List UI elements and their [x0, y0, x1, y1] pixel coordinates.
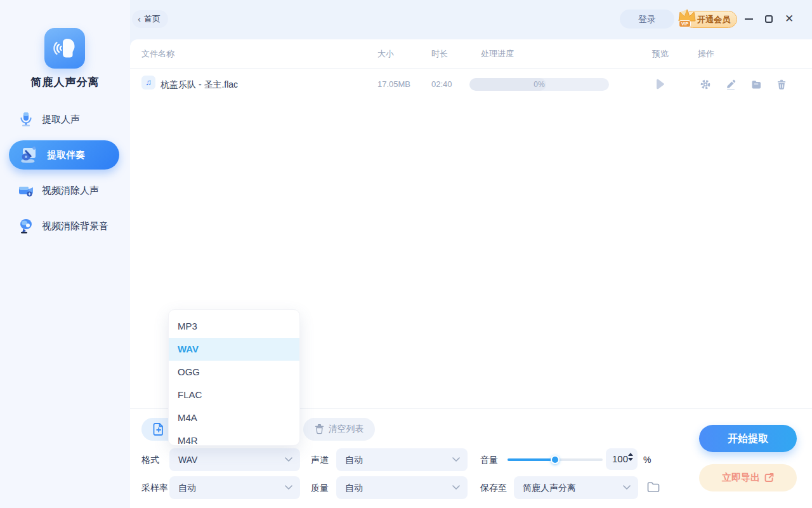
channel-label: 声道: [311, 448, 329, 471]
trash-icon[interactable]: [776, 79, 787, 90]
progress-bar: 0%: [469, 78, 609, 91]
sidebar-item-video-remove-background[interactable]: 视频消除背景音: [0, 211, 130, 241]
file-duration: 02:40: [431, 69, 452, 100]
column-header-actions: 操作: [698, 39, 714, 68]
start-extract-button[interactable]: 开始提取: [699, 425, 797, 452]
dropdown-option-ogg[interactable]: OGG: [169, 361, 299, 384]
sidebar-item-label: 提取人声: [42, 114, 80, 126]
chevron-down-icon: [285, 485, 292, 490]
play-icon[interactable]: [655, 79, 665, 90]
folder-icon[interactable]: [751, 79, 761, 90]
column-header-preview: 预览: [652, 39, 669, 68]
format-label: 格式: [141, 448, 159, 471]
saveto-label: 保存至: [480, 476, 507, 499]
volume-slider-fill: [508, 458, 555, 461]
video-camera-icon: [18, 182, 34, 199]
channel-select[interactable]: 自动: [336, 448, 468, 471]
back-label: 首页: [144, 13, 160, 25]
vip-badge: VIP: [679, 20, 691, 27]
format-select[interactable]: WAV: [169, 448, 300, 471]
maximize-button[interactable]: [763, 13, 775, 25]
sidebar-item-label: 视频消除人声: [42, 185, 99, 197]
folder-outline-icon: [646, 479, 661, 495]
minimize-icon: [745, 18, 753, 20]
app-title: 简鹿人声分离: [0, 75, 130, 90]
spinner-up-icon[interactable]: [628, 453, 633, 456]
volume-label: 音量: [480, 448, 498, 471]
quality-select[interactable]: 自动: [336, 476, 468, 499]
vip-button[interactable]: 开通会员 VIP: [676, 6, 740, 30]
minimize-button[interactable]: [742, 13, 755, 25]
dropdown-option-m4r[interactable]: M4R: [169, 429, 299, 446]
trash-icon: [315, 424, 324, 434]
volume-input[interactable]: 100: [606, 448, 638, 470]
format-dropdown: MP3 WAV OGG FLAC M4A M4R: [168, 309, 300, 446]
sidebar-item-label: 视频消除背景音: [42, 220, 108, 232]
external-link-icon: [764, 473, 774, 483]
file-name: 杭盖乐队 - 圣主.flac: [160, 69, 238, 100]
sidebar: 简鹿人声分离 提取人声 提取伴奏: [0, 0, 130, 508]
volume-slider[interactable]: [508, 458, 603, 461]
edit-pencil-icon[interactable]: [726, 79, 736, 90]
sidebar-item-video-remove-vocal[interactable]: 视频消除人声: [0, 175, 130, 206]
export-label: 立即导出: [722, 472, 760, 484]
settings-gear-icon[interactable]: [700, 79, 710, 90]
clear-list-label: 清空列表: [329, 424, 364, 435]
column-header-filename: 文件名称: [141, 39, 174, 68]
app-logo-icon: [44, 28, 85, 69]
microphone-icon: [18, 111, 34, 128]
channel-value: 自动: [345, 448, 363, 471]
table-row: ♫ 杭盖乐队 - 圣主.flac 17.05MB 02:40 0%: [130, 69, 812, 100]
dropdown-option-wav-selected[interactable]: WAV: [169, 338, 299, 361]
sidebar-item-extract-vocal[interactable]: 提取人声: [0, 104, 130, 135]
file-size: 17.05MB: [377, 69, 410, 100]
music-note-icon: ♫: [141, 76, 155, 90]
open-save-folder-button[interactable]: [644, 478, 663, 497]
samplerate-value: 自动: [178, 476, 196, 499]
samplerate-label: 采样率: [141, 476, 168, 499]
column-header-size: 大小: [377, 39, 394, 68]
chevron-down-icon: [452, 485, 460, 490]
progress-text: 0%: [469, 78, 609, 91]
voice-face-icon: [51, 34, 79, 62]
clear-list-button[interactable]: 清空列表: [303, 418, 375, 441]
format-value: WAV: [178, 448, 197, 471]
close-icon: ✕: [785, 13, 794, 25]
guitar-icon: [18, 144, 39, 166]
back-chevron-icon: ‹: [138, 11, 141, 27]
sidebar-item-extract-accompaniment[interactable]: 提取伴奏: [9, 140, 119, 170]
spinner-down-icon[interactable]: [628, 458, 633, 461]
login-button[interactable]: 登录: [620, 10, 674, 29]
chevron-down-icon: [285, 457, 292, 462]
quality-label: 质量: [311, 476, 329, 499]
saveto-select[interactable]: 简鹿人声分离: [514, 476, 638, 499]
samplerate-select[interactable]: 自动: [169, 476, 300, 499]
dropdown-option-flac[interactable]: FLAC: [169, 384, 299, 406]
volume-value: 100: [612, 448, 628, 470]
add-file-icon: [152, 422, 166, 436]
column-header-progress: 处理进度: [481, 39, 514, 68]
close-button[interactable]: ✕: [783, 13, 796, 25]
maximize-icon: [765, 15, 773, 23]
back-home-button[interactable]: ‹ 首页: [132, 10, 168, 28]
quality-value: 自动: [345, 476, 363, 499]
volume-slider-thumb[interactable]: [551, 455, 560, 464]
dropdown-option-mp3[interactable]: MP3: [169, 315, 299, 338]
sidebar-item-label: 提取伴奏: [47, 149, 85, 161]
app-window: 简鹿人声分离 提取人声 提取伴奏: [0, 0, 812, 508]
volume-unit: %: [643, 448, 651, 471]
export-button[interactable]: 立即导出: [699, 464, 797, 491]
column-header-duration: 时长: [431, 39, 448, 68]
chevron-down-icon: [452, 457, 460, 462]
chevron-down-icon: [623, 485, 631, 490]
saveto-value: 简鹿人声分离: [523, 476, 576, 499]
dropdown-option-m4a[interactable]: M4A: [169, 406, 299, 429]
loudspeaker-icon: [18, 218, 34, 234]
